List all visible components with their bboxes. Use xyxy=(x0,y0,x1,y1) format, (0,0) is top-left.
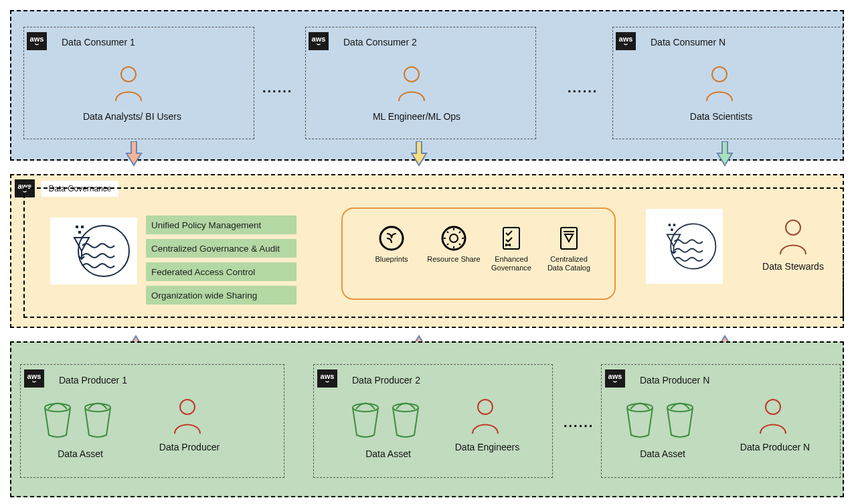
producer-2-title: Data Producer 2 xyxy=(352,375,420,386)
diagram-stage: Data Consumer 1 Data Analysts/ BI Users … xyxy=(0,0,854,504)
svg-rect-13 xyxy=(669,224,671,226)
svg-rect-11 xyxy=(561,228,577,249)
producer-1-role: Data Producer xyxy=(146,442,233,452)
producer-1-asset: Data Asset xyxy=(47,448,114,459)
consumer-n-role: Data Scientists xyxy=(663,111,780,122)
svg-point-0 xyxy=(121,67,136,82)
feature-pill: Organization wide Sharing xyxy=(146,286,296,305)
svg-point-25 xyxy=(766,400,780,414)
feature-pill: Unified Policy Management xyxy=(146,216,296,234)
consumer-n-title: Data Consumer N xyxy=(651,37,725,48)
producer-n-title: Data Producer N xyxy=(640,375,709,386)
bucket-icon xyxy=(349,402,381,438)
lake-formation-icon xyxy=(50,218,137,284)
user-icon xyxy=(112,65,145,102)
bucket-icon xyxy=(624,402,656,438)
user-icon xyxy=(468,398,502,435)
svg-point-1 xyxy=(404,67,419,82)
aws-logo-icon xyxy=(605,369,625,388)
svg-rect-15 xyxy=(671,228,673,231)
arrow-down-icon xyxy=(125,141,143,167)
aws-logo-icon xyxy=(27,32,47,50)
svg-rect-4 xyxy=(76,226,78,228)
blueprints-icon: Blueprints xyxy=(375,224,408,264)
svg-rect-5 xyxy=(81,226,84,228)
enhanced-governance-icon: Enhanced Governance xyxy=(488,224,535,272)
svg-point-3 xyxy=(78,226,129,276)
svg-point-16 xyxy=(786,220,800,235)
aws-logo-icon xyxy=(24,369,44,388)
user-icon xyxy=(395,65,428,102)
user-icon xyxy=(703,65,736,102)
consumer-1-title: Data Consumer 1 xyxy=(62,37,135,48)
feature-pill: Centralized Governance & Audit xyxy=(146,239,296,258)
svg-point-2 xyxy=(712,67,727,82)
svg-point-22 xyxy=(478,400,493,414)
svg-rect-6 xyxy=(78,231,81,234)
bucket-icon xyxy=(41,402,74,438)
aws-logo-icon xyxy=(309,32,329,50)
lake-formation-icon xyxy=(646,209,723,284)
producer-2-asset: Data Asset xyxy=(355,448,422,459)
feature-pill: Federated Access Control xyxy=(146,262,296,281)
ellipsis-icon: ...... xyxy=(564,415,594,430)
user-icon xyxy=(171,398,204,435)
aws-logo-icon xyxy=(317,369,337,388)
consumer-2-title: Data Consumer 2 xyxy=(343,37,417,48)
ellipsis-icon: ...... xyxy=(568,80,598,96)
steward-role: Data Stewards xyxy=(753,261,833,272)
resource-share-icon: Resource Share xyxy=(426,224,481,264)
bucket-icon xyxy=(82,402,114,438)
user-icon xyxy=(776,218,810,256)
ellipsis-icon: ...... xyxy=(262,80,292,96)
consumer-1-role: Data Analysts/ BI Users xyxy=(70,111,194,122)
arrow-down-icon xyxy=(410,141,428,167)
svg-point-19 xyxy=(180,400,195,414)
producer-2-role: Data Engineers xyxy=(444,442,531,452)
aws-logo-icon xyxy=(616,32,636,50)
arrow-down-icon xyxy=(716,141,734,167)
svg-rect-14 xyxy=(673,224,676,226)
user-icon xyxy=(756,398,790,435)
svg-point-12 xyxy=(671,224,715,268)
svg-point-8 xyxy=(442,227,465,250)
producer-n-role: Data Producer N xyxy=(728,442,822,452)
producer-n-asset: Data Asset xyxy=(629,448,696,459)
svg-point-9 xyxy=(450,234,458,242)
bucket-icon xyxy=(664,402,696,438)
consumer-2-role: ML Engineer/ML Ops xyxy=(358,111,475,122)
bucket-icon xyxy=(390,402,422,438)
data-catalog-icon: Centralized Data Catalog xyxy=(543,224,595,272)
producer-1-title: Data Producer 1 xyxy=(59,375,127,386)
